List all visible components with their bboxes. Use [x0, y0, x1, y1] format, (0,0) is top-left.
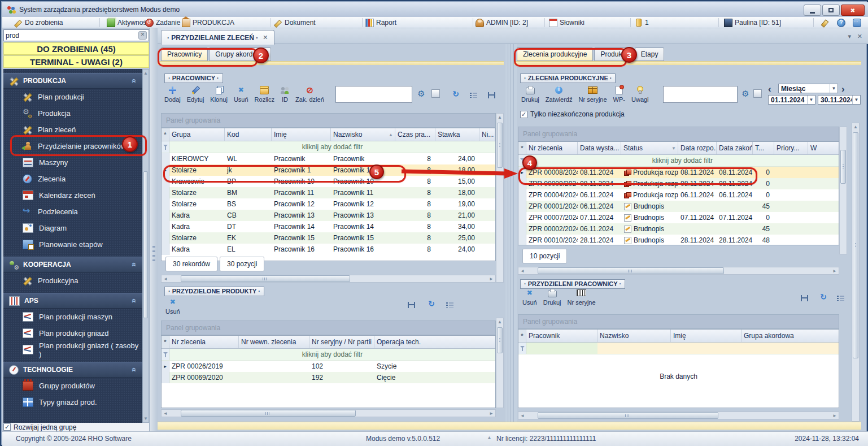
orders-hscrollbar[interactable]: ◄ ►: [518, 267, 839, 275]
sidebar-section-technologie[interactable]: TECHNOLOGIE«: [3, 362, 142, 378]
scroll-right-icon[interactable]: ►: [831, 412, 839, 419]
scroll-down-icon[interactable]: ▼: [143, 415, 149, 422]
column-header-czas-pra-[interactable]: Czas pra...: [395, 128, 435, 141]
toolbar-button-wp-[interactable]: WP-: [611, 84, 627, 104]
toolbar-button-rozlicz[interactable]: Rozlicz: [252, 84, 277, 104]
table-row[interactable]: StolarzeBMPracownik 11Pracownik 11818,00: [162, 187, 495, 198]
scroll-up-icon[interactable]: ▲: [852, 123, 859, 131]
sidebar-section-aps[interactable]: APS«: [3, 293, 142, 309]
pane-splitter[interactable]: [505, 44, 517, 422]
scroll-up-icon[interactable]: ▲: [143, 70, 149, 77]
scroll-right-icon[interactable]: ►: [831, 267, 839, 274]
filter-cell[interactable]: [741, 343, 839, 354]
period-unit-select[interactable]: Miesiąc ▼: [778, 84, 838, 93]
filter-cell[interactable]: [526, 343, 597, 354]
column-header-w[interactable]: W: [808, 142, 839, 154]
column-header-ni-[interactable]: Ni...: [479, 128, 495, 141]
next-period-icon[interactable]: ›: [841, 84, 845, 95]
clear-search-icon[interactable]: ✕: [138, 31, 147, 40]
column-header-t-[interactable]: T...: [753, 142, 774, 154]
table-row[interactable]: StolarzeBSPracownik 12Pracownik 12819,00: [162, 198, 495, 210]
sidebar-item-plan-produkcji-maszyn[interactable]: Plan produkcji maszyn: [3, 309, 142, 325]
toolbar-button-id[interactable]: ID: [278, 84, 291, 104]
sidebar-item-typy-gniazd-prod-[interactable]: Typy gniazd prod.: [3, 394, 142, 410]
workers-settings-gear-icon[interactable]: [416, 89, 427, 99]
column-header-nr-wewn-zlecenia[interactable]: Nr wewn. zlecenia: [239, 336, 309, 348]
toolbar-button-uwagi[interactable]: Uwagi: [629, 84, 651, 104]
table-row[interactable]: ZPR 00004/202406.11.2024Produkcja rozpoc…: [518, 189, 839, 201]
positions-count-button[interactable]: 30 pozycji: [220, 257, 264, 271]
menu-produkcja[interactable]: PRODUKCJA: [182, 17, 234, 28]
table-row[interactable]: KIEROWCYWLPracownikPracownik824,00: [162, 153, 495, 164]
vscroll-thumb[interactable]: [853, 132, 858, 358]
date-to-select[interactable]: 30.11.2024 ▼: [818, 95, 861, 105]
hscroll-thumb[interactable]: [538, 267, 724, 274]
table-row[interactable]: ZPR 00001/202406.11.2024Brudnopis45: [518, 201, 839, 212]
scroll-left-icon[interactable]: ◄: [162, 275, 169, 282]
filter-row[interactable]: kliknij aby dodać filtr: [162, 349, 495, 361]
column-header-priory-[interactable]: Priory...: [774, 142, 808, 154]
workers-panel-caption[interactable]: · PRACOWNICY ·: [164, 73, 223, 83]
sidebar-section-kooperacja[interactable]: KOOPERACJA«: [3, 257, 142, 272]
menu-do-zrobienia[interactable]: Do zrobienia: [15, 17, 63, 28]
assigned-products-caption[interactable]: · PRZYDZIELONE PRODUKTY ·: [164, 287, 264, 296]
products-column-width-icon[interactable]: [405, 300, 417, 310]
menu-dokument[interactable]: Dokument: [275, 17, 316, 28]
menu-raport[interactable]: Raport: [365, 17, 396, 28]
workers-search-input[interactable]: [335, 86, 412, 103]
hscroll-thumb[interactable]: [181, 275, 350, 282]
sidebar-item-maszyny[interactable]: Maszyny: [3, 154, 142, 171]
orders-settings-gear-icon[interactable]: [740, 89, 751, 99]
column-header-pracownik[interactable]: Pracownik: [526, 330, 597, 342]
orders-vscrollbar[interactable]: [839, 127, 847, 254]
collapse-status-icon[interactable]: ▲: [487, 435, 492, 440]
tabstrip-close-icon[interactable]: ✕: [857, 33, 862, 40]
scrollbar-thumb[interactable]: [143, 171, 148, 318]
production-orders-caption[interactable]: · ZLECENIA PRODUKCYJNE ·: [520, 73, 616, 83]
menu-aktywnosc[interactable]: Aktywność: [107, 17, 150, 28]
column-header-imię[interactable]: Imię: [671, 330, 741, 342]
sidebar-item-diagram[interactable]: Diagram: [3, 220, 142, 236]
hscroll-thumb[interactable]: [181, 410, 356, 417]
column-header-imię[interactable]: Imię: [272, 128, 331, 141]
menu-zadanie[interactable]: Zadanie: [145, 17, 180, 28]
expand-one-group-checkbox[interactable]: ✓: [3, 423, 11, 431]
products-hscrollbar[interactable]: ◄ ►: [161, 409, 496, 417]
table-row[interactable]: ZPR 00069/2020192Cięcie: [162, 372, 495, 383]
workers-list-view-icon[interactable]: [468, 90, 479, 100]
column-header-kod[interactable]: Kod: [225, 128, 272, 141]
workers-search-options-box[interactable]: [431, 89, 440, 98]
assigned-hscrollbar[interactable]: ◄ ►: [518, 412, 839, 419]
toolbar-button-dodaj[interactable]: Dodaj: [162, 84, 183, 104]
column-header-data-rozpo-[interactable]: Data rozpo...: [678, 142, 717, 154]
terminal-notes-bar[interactable]: TERMINAL - UWAGI (2): [3, 55, 149, 68]
column-header-data-zakoń-[interactable]: Data zakoń...: [717, 142, 753, 154]
column-header-data-wysta-[interactable]: Data wysta...: [578, 142, 621, 154]
sidebar-item-kalendarz-zleceń[interactable]: Kalendarz zleceń: [3, 187, 142, 203]
orders-search-options-box[interactable]: [753, 89, 762, 98]
toolbar-button-klonuj[interactable]: Klonuj: [208, 84, 230, 104]
workers-vscrollbar[interactable]: ▲: [496, 113, 504, 283]
column-header-grupa-akordowa[interactable]: Grupa akordowa: [741, 330, 839, 342]
column-header-operacja-tech-[interactable]: Operacja tech.: [374, 336, 496, 348]
sidebar-item-grupy-produktów[interactable]: Grupy produktów: [3, 378, 142, 394]
sidebar-section-produkcja[interactable]: PRODUKCJA«: [3, 73, 142, 89]
toolbar-button-nr-seryjne[interactable]: Nr seryjne: [565, 287, 597, 307]
column-header-nazwisko[interactable]: Nazwisko: [597, 330, 671, 342]
assigned-column-width-icon[interactable]: [799, 293, 810, 303]
toolbar-button-usuń[interactable]: Usuń: [163, 296, 182, 316]
scroll-up-icon[interactable]: ▲: [496, 318, 503, 326]
sidebar-item-zlecenia[interactable]: Zlecenia: [3, 171, 142, 187]
tab-przydzielanie-zlecen[interactable]: · PRZYDZIELANIE ZLECEŃ · ✕: [161, 30, 274, 45]
orders-search-input[interactable]: [663, 86, 738, 103]
orders-positions-count-button[interactable]: 10 pozycji: [522, 249, 567, 263]
sidebar-splitter[interactable]: [149, 28, 158, 431]
hscroll-thumb[interactable]: [538, 412, 718, 419]
assigned-group-panel[interactable]: Panel grupowania: [518, 314, 839, 329]
right-pane-vscrollbar[interactable]: ▲: [852, 123, 860, 422]
table-row[interactable]: ▸ZPR 00026/2019102Szycie: [162, 361, 495, 372]
toolbar-button-zatwierdź[interactable]: Zatwierdź: [543, 84, 575, 104]
scroll-right-icon[interactable]: ►: [487, 275, 495, 282]
toolbar-button-zak-dzień[interactable]: Zak. dzień: [293, 84, 326, 104]
help-button[interactable]: [835, 18, 847, 28]
